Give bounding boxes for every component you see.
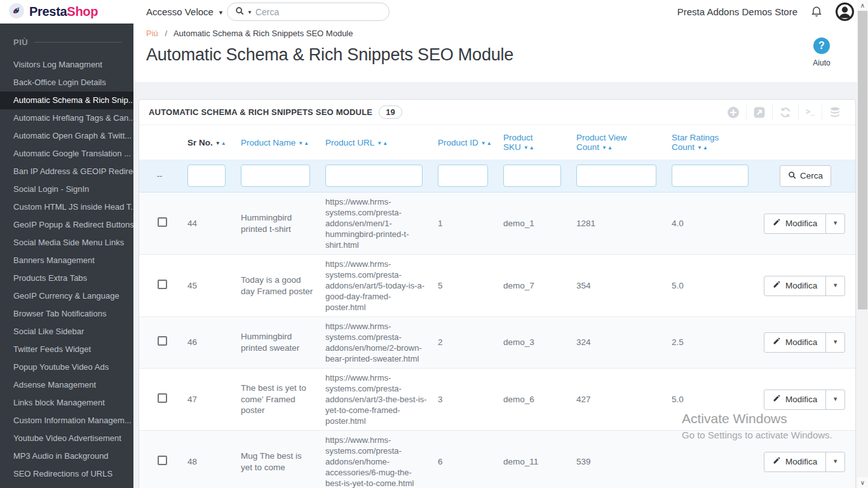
sidebar-item[interactable]: Social Login - SignIn [0,180,133,198]
column-header-product-name[interactable]: Product Name▼▲ [233,125,318,159]
notifications-bell-icon[interactable] [810,4,823,20]
cell-sr-no: 44 [180,193,233,255]
sidebar-item[interactable]: Automatic Google Translation ... [0,145,133,163]
edit-button[interactable]: Modifica [764,390,825,409]
edit-dropdown-toggle[interactable]: ▼ [825,276,844,295]
filter-product-id-input[interactable] [438,165,488,187]
sidebar-item[interactable]: Banners Management [0,252,133,269]
row-checkbox[interactable] [158,336,167,346]
filter-star-ratings-input[interactable] [672,165,749,187]
sidebar-item[interactable]: Youtube Video Advertisement [0,430,133,447]
quick-access-menu[interactable]: Accesso Veloce ▼ [146,0,224,24]
cell-product-url: https://www.hrms-systems.com/presta-addo… [318,255,430,317]
row-checkbox[interactable] [158,456,167,465]
column-header-star-ratings[interactable]: Star Ratings Count▼▲ [664,125,756,159]
sidebar-item[interactable]: Adsense Management [0,376,133,394]
help-label: Aiuto [801,58,842,67]
filter-view-count-input[interactable] [576,165,656,187]
vertical-scrollbar[interactable]: ∧ ∨ [857,0,868,488]
sidebar-item[interactable]: Social Like Sidebar [0,323,133,341]
header-actions-column [756,125,855,159]
header-checkbox-column [139,125,180,159]
logo-text: PrestaShop [29,4,98,19]
row-checkbox[interactable] [158,280,167,289]
cell-sr-no: 45 [180,255,233,317]
cell-view-count: 324 [569,317,664,369]
search-scope-chevron-icon[interactable]: ▼ [247,10,252,15]
sidebar-item[interactable]: Automatic Hreflang Tags & Can... [0,109,133,127]
cell-view-count: 539 [569,431,664,488]
filter-row: -- Cerca [139,159,855,193]
sidebar-section-rule [34,42,122,43]
sidebar-item[interactable]: Popup Youtube Video Ads [0,358,133,376]
edit-button[interactable]: Modifica [764,276,825,295]
sidebar-item[interactable]: SEO Redirections of URLS [0,465,133,483]
cell-sr-no: 47 [180,369,233,431]
scroll-up-arrow-icon[interactable]: ∧ [857,0,868,11]
sidebar-item[interactable]: Back-Office Login Details [0,74,133,92]
cell-product-name: Hummingbird printed t-shirt [233,193,318,255]
column-header-product-id[interactable]: Product ID▼▲ [430,125,496,159]
sidebar-item[interactable]: MP3 Audio in Background [0,447,133,465]
sidebar-item[interactable]: Browser Tab Notifications [0,305,133,323]
export-icon[interactable] [746,105,772,120]
sidebar-menu: Visitors Log ManagmentBack-Office Login … [0,56,133,483]
store-name[interactable]: Presta Addons Demos Store [677,6,797,17]
terminal-icon[interactable]: >_ [798,105,822,120]
sidebar-item[interactable]: Social Media Side Menu Links [0,234,133,252]
sidebar-item[interactable]: Custom HTML JS inside Head T... [0,198,133,216]
module-panel: AUTOMATIC SCHEMA & RICH SNIPPETS SEO MOD… [139,99,856,488]
row-checkbox[interactable] [158,393,167,403]
refresh-icon[interactable] [772,105,798,120]
breadcrumb-parent[interactable]: Più [146,29,158,38]
help-button[interactable]: ? Aiuto [801,37,842,67]
user-avatar[interactable] [836,3,854,21]
sidebar-item[interactable]: Twitter Feeds Widget [0,341,133,358]
cell-product-name: Mug The best is yet to come [233,431,318,488]
sidebar-item[interactable]: Automatic Open Graph & Twitt... [0,127,133,145]
cell-product-name: The best is yet to come' Framed poster [233,369,318,431]
cell-sr-no: 48 [180,431,233,488]
prestashop-logo[interactable]: PrestaShop [0,0,133,24]
search-button[interactable]: Cerca [780,165,831,187]
edit-dropdown-toggle[interactable]: ▼ [825,390,844,409]
add-new-icon[interactable] [721,105,746,120]
filter-product-name-input[interactable] [241,165,310,187]
filter-product-url-input[interactable] [325,165,423,187]
edit-button[interactable]: Modifica [764,452,825,471]
search-input[interactable] [255,7,381,17]
sidebar-item[interactable]: Automatic Schema & Rich Snip... [0,92,133,109]
column-header-product-sku[interactable]: Product SKU▼▲ [496,125,569,159]
cell-product-id: 1 [430,193,496,255]
edit-button[interactable]: Modifica [764,333,825,352]
column-header-view-count[interactable]: Product View Count▼▲ [569,125,664,159]
edit-dropdown-toggle[interactable]: ▼ [825,214,844,233]
cell-sr-no: 46 [180,317,233,369]
sidebar-item[interactable]: Custom Information Managem... [0,412,133,430]
sidebar-item[interactable]: GeoIP Currency & Language [0,287,133,305]
sidebar-item[interactable]: Ban IP Address & GEOIP Redirect [0,163,133,180]
edit-dropdown-toggle[interactable]: ▼ [825,333,844,352]
edit-dropdown-toggle[interactable]: ▼ [825,452,844,471]
column-header-product-url[interactable]: Product URL▼▲ [318,125,430,159]
filter-product-sku-input[interactable] [503,165,561,187]
pencil-icon [773,280,781,292]
column-header-sr-no[interactable]: Sr No.▼▲ [180,125,233,159]
edit-button[interactable]: Modifica [764,214,825,233]
scrollbar-thumb[interactable] [858,11,867,309]
sql-manager-icon[interactable] [822,105,848,120]
cell-star-ratings: 5.0 [664,369,756,431]
scroll-down-arrow-icon[interactable]: ∨ [857,477,868,488]
panel-toolbar: >_ [721,105,848,120]
table-row: 44 Hummingbird printed t-shirt https://w… [139,193,855,255]
global-search[interactable]: ▼ [227,3,390,21]
row-checkbox[interactable] [158,217,167,227]
cell-product-id: 5 [430,255,496,317]
sidebar-item[interactable]: Links block Management [0,394,133,412]
table-row: 47 The best is yet to come' Framed poste… [139,369,855,431]
filter-sr-no-input[interactable] [187,165,226,187]
sidebar-item[interactable]: Products Extra Tabs [0,269,133,287]
sidebar-item[interactable]: Visitors Log Managment [0,56,133,74]
sidebar-item[interactable]: GeoIP Popup & Redirect Buttons [0,216,133,234]
page-title: Automatic Schema & Rich Snippets SEO Mod… [146,45,857,65]
